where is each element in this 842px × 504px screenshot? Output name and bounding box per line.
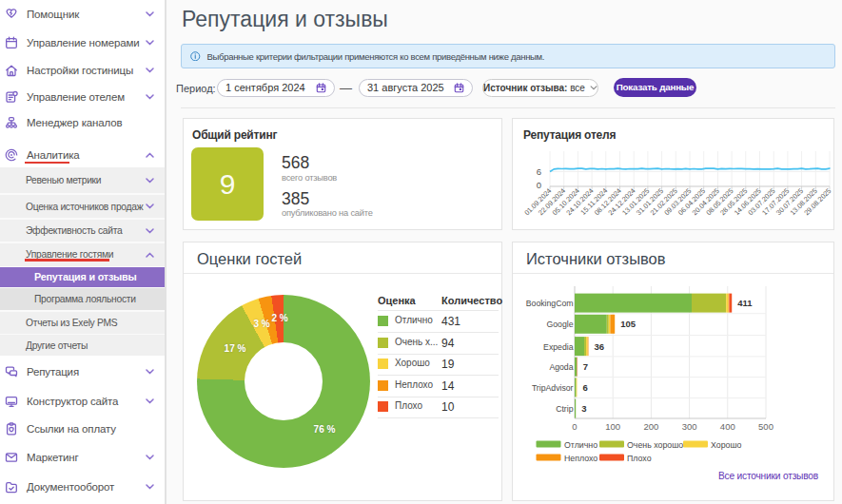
- svg-text:300: 300: [682, 421, 697, 432]
- svg-text:Ctrip: Ctrip: [556, 404, 574, 414]
- svg-text:Отлично: Отлично: [564, 440, 597, 450]
- svg-text:200: 200: [643, 421, 658, 432]
- svg-text:411: 411: [737, 298, 753, 308]
- svg-text:6: 6: [537, 166, 541, 177]
- svg-text:105: 105: [620, 319, 636, 329]
- svg-text:3: 3: [581, 403, 586, 414]
- svg-text:6: 6: [582, 382, 587, 393]
- svg-text:Agoda: Agoda: [549, 362, 573, 372]
- svg-text:100: 100: [605, 421, 620, 432]
- svg-text:0: 0: [537, 180, 541, 190]
- svg-text:Google: Google: [546, 320, 573, 329]
- svg-text:7: 7: [583, 361, 588, 372]
- svg-text:400: 400: [720, 421, 735, 432]
- svg-text:Плохо: Плохо: [627, 454, 652, 463]
- svg-text:0: 0: [572, 421, 577, 432]
- svg-text:TripAdvisor: TripAdvisor: [532, 383, 574, 393]
- svg-text:BookingCom: BookingCom: [526, 299, 574, 308]
- svg-text:Неплохо: Неплохо: [564, 454, 597, 463]
- svg-text:Хорошо: Хорошо: [711, 440, 742, 450]
- svg-text:Очень хорошо: Очень хорошо: [627, 440, 683, 450]
- svg-text:Expedia: Expedia: [543, 342, 574, 352]
- svg-text:500: 500: [758, 421, 773, 432]
- svg-text:36: 36: [595, 341, 605, 352]
